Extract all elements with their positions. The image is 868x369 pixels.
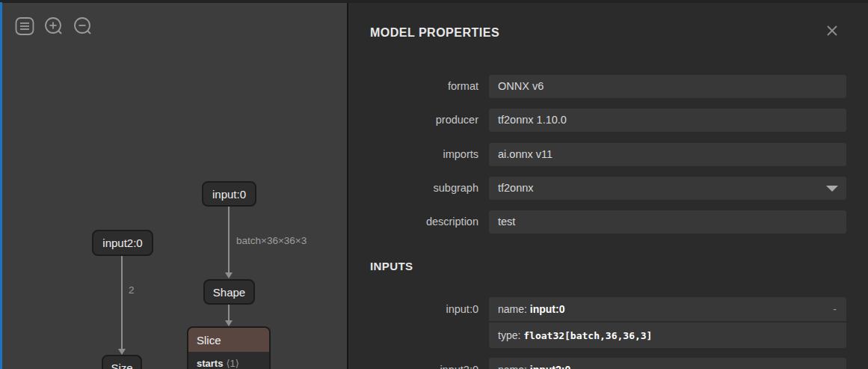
graph-node-size[interactable]: Size xyxy=(102,355,142,369)
attr-name: starts xyxy=(197,358,223,369)
name-key: name: xyxy=(498,364,527,369)
model-properties-panel: MODEL PROPERTIES format ONNX v6 producer… xyxy=(348,3,868,369)
field-value-producer: tf2onnx 1.10.0 xyxy=(489,109,846,132)
collapse-toggle[interactable]: - xyxy=(833,297,837,322)
accent-left-strip xyxy=(0,2,2,369)
field-label-imports: imports xyxy=(348,143,478,166)
graph-node-slice[interactable]: Slice starts⟨1⟩ xyxy=(187,326,271,369)
graph-node-shape[interactable]: Shape xyxy=(203,279,255,305)
arrowhead-icon xyxy=(118,349,126,355)
type-key: type: xyxy=(498,329,520,341)
edge-label-shape: batch×36×36×3 xyxy=(236,235,307,246)
field-value-format: ONNX v6 xyxy=(489,75,846,98)
input0-type-value: float32[batch,36,36,3] xyxy=(523,330,652,341)
chevron-down-icon[interactable] xyxy=(826,186,838,192)
input2-label: input2:0 xyxy=(348,358,478,369)
slice-node-title: Slice xyxy=(188,328,269,352)
field-value-imports: ai.onnx v11 xyxy=(489,143,846,166)
name-key: name: xyxy=(498,303,527,315)
input0-name-row: name: input:0 - xyxy=(489,297,846,322)
subgraph-selected-value: tf2onnx xyxy=(498,182,534,194)
input0-label: input:0 xyxy=(348,297,478,322)
field-label-producer: producer xyxy=(348,109,478,132)
input0-type-row: type: float32[batch,36,36,3] xyxy=(489,323,846,348)
window-top-strip xyxy=(0,0,868,3)
zoom-in-icon[interactable] xyxy=(44,16,64,36)
close-icon[interactable] xyxy=(824,22,840,39)
edge-input2-size xyxy=(121,256,123,350)
zoom-out-icon[interactable] xyxy=(73,16,93,36)
graph-node-input2[interactable]: input2:0 xyxy=(92,230,153,256)
input0-name-value: input:0 xyxy=(530,303,565,315)
edge-label-size: 2 xyxy=(129,284,135,296)
menu-icon[interactable] xyxy=(15,16,34,36)
subgraph-select[interactable]: tf2onnx xyxy=(489,177,846,200)
field-label-subgraph: subgraph xyxy=(348,177,478,200)
inputs-section-header: INPUTS xyxy=(370,260,413,272)
panel-title: MODEL PROPERTIES xyxy=(370,26,499,40)
arrowhead-icon xyxy=(225,320,233,326)
edge-shape-slice xyxy=(228,305,230,321)
attr-dims: ⟨1⟩ xyxy=(226,358,238,369)
graph-toolbar xyxy=(15,16,93,36)
slice-node-attribute: starts⟨1⟩ xyxy=(188,352,269,369)
field-label-description: description xyxy=(348,210,478,234)
graph-canvas[interactable]: batch×36×36×3 2 input:0 input2:0 Shape S… xyxy=(0,0,348,369)
graph-node-input0[interactable]: input:0 xyxy=(202,181,256,207)
edge-input0-shape xyxy=(228,207,230,274)
input2-name-value: input2:0 xyxy=(530,364,570,369)
arrowhead-icon xyxy=(225,272,233,278)
field-value-description: test xyxy=(489,210,846,234)
field-label-format: format xyxy=(348,75,478,98)
input2-name-row: name: input2:0 xyxy=(489,358,846,369)
panel-divider xyxy=(347,3,348,369)
